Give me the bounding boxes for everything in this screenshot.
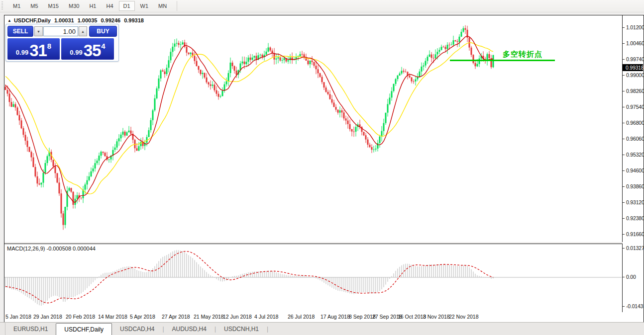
buy-price-tile[interactable]: 0.99 35 4 (61, 38, 114, 60)
date-axis[interactable]: 5 Jan 201829 Jan 201820 Feb 201814 Mar 2… (4, 312, 622, 322)
candle-body (168, 60, 170, 68)
price-axis-label: 0.99000 (626, 72, 644, 78)
timeframe-button-h4[interactable]: H4 (102, 1, 117, 11)
candle-body (300, 54, 301, 56)
timeframe-button-m1[interactable]: M1 (8, 1, 25, 11)
candle-body (212, 84, 214, 85)
tabbar-edge (0, 323, 5, 335)
candle-body (343, 112, 345, 118)
candle-body (477, 64, 478, 67)
candle-body (63, 213, 64, 225)
volume-input[interactable] (43, 26, 78, 36)
candle-body (353, 132, 355, 132)
chart-tab-usdcad[interactable]: USDCAD,H4 (112, 323, 162, 335)
sell-button[interactable]: SELL (7, 26, 33, 37)
candle-body (55, 166, 56, 173)
candle-body (312, 61, 313, 62)
candle-body (316, 66, 317, 69)
candle-body (345, 118, 347, 120)
volume-decrease-button[interactable]: ▼ (34, 26, 43, 36)
price-tick-mark (623, 234, 625, 235)
candle-body (57, 173, 58, 182)
candle-body (397, 76, 399, 79)
candle-body (349, 124, 351, 129)
candle-body (13, 104, 14, 107)
candle-body (220, 96, 221, 97)
candle-body (363, 132, 365, 135)
timeframe-button-h1[interactable]: H1 (85, 1, 101, 11)
buy-button[interactable]: BUY (89, 26, 117, 37)
candle-body (194, 56, 196, 61)
candle-body (162, 71, 164, 72)
price-axis-label: 0.96060 (626, 136, 644, 142)
candle-body (178, 43, 180, 45)
candle-body (59, 182, 60, 193)
date-axis-label: 4 Jul 2018 (254, 314, 278, 320)
chart-tab-usdcnh[interactable]: USDCNH,H1 (216, 323, 267, 335)
candle-body (325, 87, 327, 92)
buy-price-prefix: 0.99 (70, 49, 82, 56)
timeframe-button-w1[interactable]: W1 (136, 1, 153, 11)
candle-body (433, 58, 434, 58)
timeframe-button-d1[interactable]: D1 (119, 1, 135, 11)
candle-body (399, 74, 401, 76)
candle-body (65, 207, 66, 225)
candle-body (479, 59, 480, 64)
price-axis-label: 0.99740 (626, 56, 644, 62)
price-axis[interactable]: 1.012001.004600.997400.990000.982600.975… (623, 15, 643, 321)
candle-body (375, 149, 377, 150)
chart-tab-usdchf[interactable]: USDCHF,Daily (56, 323, 112, 335)
candle-body (389, 97, 391, 104)
sell-price-tile[interactable]: 0.99 31 8 (7, 38, 60, 60)
candle-body (290, 58, 291, 61)
candle-body (130, 131, 132, 134)
candle-body (323, 82, 325, 87)
candle-body (395, 79, 397, 84)
chart-tab-audusd[interactable]: AUDUSD,H4 (164, 323, 215, 335)
candle-body (210, 84, 212, 86)
timeframe-button-mn[interactable]: MN (154, 1, 171, 11)
candle-body (228, 73, 229, 82)
price-axis-label: 0.93120 (626, 199, 644, 205)
candle-body (425, 61, 427, 66)
candle-body (320, 73, 321, 77)
candle-body (19, 115, 20, 120)
timeframe-button-m5[interactable]: M5 (26, 1, 42, 11)
trendline-annotation-label[interactable]: 多空转折点 (503, 50, 542, 59)
current-price-tag: 0.99318 (623, 64, 643, 71)
up-triangle-icon: ▲ (7, 18, 11, 23)
timeframe-button-m15[interactable]: M15 (44, 1, 63, 11)
volume-increase-button[interactable]: ▲ (79, 26, 87, 36)
candle-body (29, 147, 30, 152)
macd-indicator-plot[interactable]: MACD(12,26,9) -0.000508 0.000044 (4, 244, 623, 312)
candle-body (421, 67, 423, 72)
macd-histogram-chart[interactable] (4, 244, 622, 311)
candle-body (196, 61, 198, 66)
candle-body (11, 102, 12, 107)
price-axis-label: 0.93860 (626, 183, 644, 189)
candle-body (282, 60, 283, 61)
candle-body (318, 69, 319, 73)
candle-body (198, 66, 200, 70)
candle-body (140, 142, 142, 147)
candle-body (453, 40, 454, 45)
candle-body (190, 53, 192, 54)
candle-body (91, 171, 92, 176)
date-axis-label: 5 Apr 2018 (130, 314, 155, 320)
chart-window: ▲ USDCHF,Daily 1.00031 1.00035 0.99246 0… (4, 15, 644, 323)
timeframe-button-m30[interactable]: M30 (64, 1, 84, 11)
candle-body (156, 88, 158, 98)
candle-body (341, 110, 343, 112)
date-axis-label: 26 Jul 2018 (288, 314, 315, 320)
candle-body (461, 32, 462, 37)
candle-body (254, 56, 255, 57)
sell-price-pip: 8 (47, 42, 51, 50)
slow-ma-line[interactable] (5, 43, 493, 194)
candle-body (21, 120, 22, 128)
macd-axis-label: 0.01327 (626, 245, 644, 251)
candle-body (182, 42, 184, 44)
candle-body (405, 72, 407, 72)
chart-tab-eurusd[interactable]: EURUSD,H1 (5, 323, 56, 335)
candle-body (471, 48, 472, 55)
toolbar-grip-icon[interactable] (1, 1, 5, 10)
